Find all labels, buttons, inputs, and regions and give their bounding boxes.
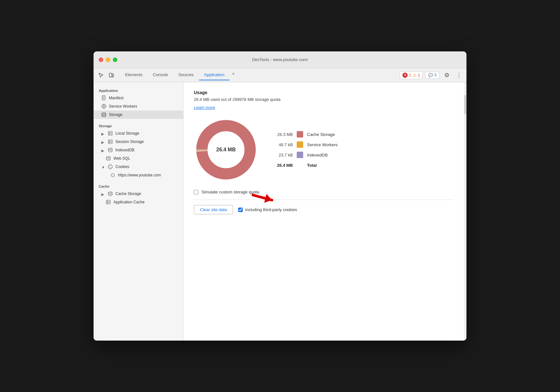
error-count: 1 [409,73,411,77]
sidebar-item-cookies[interactable]: ▼ Cookies [94,163,183,171]
legend-total-label: Total [307,163,317,168]
cursor-icon[interactable] [96,70,106,80]
content-panel: Usage 26.4 MB used out of 299978 MB stor… [184,82,464,341]
content-divider [194,200,454,200]
legend-idb-label: IndexedDB [307,153,328,157]
sidebar-item-local-storage[interactable]: ▶ Local Storage [94,129,183,138]
svg-point-29 [112,175,113,175]
device-icon[interactable] [106,70,116,80]
legend-cache-storage-label: Cache Storage [307,132,335,137]
session-storage-label: Session Storage [115,139,144,144]
content-scrollbar[interactable] [464,82,466,341]
sidebar-item-cache-storage[interactable]: ▶ Cache Storage [94,190,183,198]
legend-cache-storage-color [297,131,303,138]
svg-point-24 [109,166,110,167]
sidebar-item-session-storage[interactable]: ▶ Session Storage [94,138,183,146]
maximize-button[interactable] [113,58,117,62]
scrollbar-thumb[interactable] [464,95,466,114]
message-icon: 💬 [428,73,433,77]
simulate-quota-checkbox[interactable] [194,190,198,194]
warning-icon: ⚠ [412,73,417,78]
svg-point-25 [111,167,111,168]
settings-icon[interactable]: ⚙ [442,70,452,80]
legend-cache-storage: 26.3 MB Cache Storage [274,131,338,138]
error-badge[interactable]: ✕ 1 ⚠ 1 [400,71,423,79]
svg-point-31 [113,174,113,174]
local-storage-label: Local Storage [115,131,139,136]
svg-point-23 [108,165,113,169]
expand-cache-storage-icon: ▶ [101,192,104,195]
service-workers-icon [101,104,106,109]
expand-indexeddb-icon: ▶ [101,148,104,152]
legend-sw-label: Service Workers [307,142,338,147]
legend-total-spacer [297,162,303,168]
svg-rect-0 [109,73,112,77]
svg-rect-1 [112,74,113,77]
donut-chart: 26.4 MB [194,118,258,182]
sidebar-item-app-cache[interactable]: Application Cache [94,198,183,206]
legend-sw-value: 46.7 kB [274,142,293,147]
chart-legend: 26.3 MB Cache Storage 46.7 kB Service Wo… [274,131,338,168]
web-sql-icon [106,156,111,161]
indexeddb-label: IndexedDB [115,148,134,152]
legend-sw-color [297,141,303,148]
sidebar-item-web-sql[interactable]: Web SQL [94,154,183,163]
learn-more-link[interactable]: Learn more [194,105,215,110]
svg-point-27 [109,167,110,168]
storage-label: Storage [109,112,122,117]
sidebar-item-service-workers[interactable]: Service Workers [94,102,183,111]
minimize-button[interactable] [106,58,110,62]
app-cache-label: Application Cache [113,200,145,204]
sidebar-cache-section-label: Cache [94,182,183,190]
sidebar-item-youtube-cookies[interactable]: https://www.youtube.com [94,171,183,179]
legend-idb-value: 23.7 kB [274,153,293,157]
window-title: DevTools - www.youtube.com/ [252,57,308,62]
more-tabs-button[interactable]: » [230,70,237,80]
warning-count: 1 [418,73,420,77]
donut-center-label: 26.4 MB [216,147,236,153]
traffic-lights [99,58,117,62]
manifest-icon [101,95,106,101]
third-party-cookies-checkbox[interactable] [238,208,243,212]
toolbar-tabs: Elements Console Sources Application » [120,70,398,80]
sidebar-item-storage[interactable]: Storage [94,111,183,119]
usage-text: 26.4 MB used out of 299978 MB storage qu… [194,97,454,102]
svg-point-21 [108,148,112,149]
app-cache-icon [106,200,111,205]
sidebar-item-manifest[interactable]: Manifest [94,94,183,102]
tab-console[interactable]: Console [148,70,173,80]
session-storage-icon [108,139,113,144]
clear-site-data-button[interactable]: Clear site data [194,205,233,214]
sidebar-item-indexeddb[interactable]: ▶ IndexedDB [94,146,183,154]
indexeddb-icon [108,147,113,153]
tab-elements[interactable]: Elements [120,70,148,80]
toolbar: Elements Console Sources Application » ✕… [94,68,466,82]
tab-sources[interactable]: Sources [173,70,199,80]
legend-indexeddb: 23.7 kB IndexedDB [274,152,338,158]
tab-application[interactable]: Application [199,70,230,80]
cache-storage-label: Cache Storage [115,192,141,196]
cache-storage-icon [108,191,113,196]
sidebar-app-section-label: Application [94,86,183,94]
simulate-quota-row: Simulate custom storage quota [194,190,454,194]
close-button[interactable] [99,58,103,62]
svg-rect-13 [108,131,112,135]
red-arrow-indicator [252,186,277,208]
expand-session-storage-icon: ▶ [101,140,104,143]
web-sql-label: Web SQL [113,156,130,161]
service-workers-label: Service Workers [109,104,137,109]
error-icon: ✕ [402,73,408,78]
svg-rect-33 [106,200,110,204]
toolbar-right: ✕ 1 ⚠ 1 💬 5 ⚙ ⋮ [400,70,464,80]
svg-point-7 [103,106,104,107]
youtube-cookies-label: https://www.youtube.com [118,173,161,177]
usage-title: Usage [194,90,454,95]
message-count: 5 [434,73,437,77]
legend-service-workers: 46.7 kB Service Workers [274,141,338,148]
legend-total: 26.4 MB Total [274,162,338,168]
more-options-icon[interactable]: ⋮ [454,70,464,80]
clear-section: Clear site data including third-party co… [194,205,454,214]
message-badge[interactable]: 💬 5 [425,72,439,79]
svg-point-26 [110,165,111,166]
svg-point-22 [106,156,110,158]
